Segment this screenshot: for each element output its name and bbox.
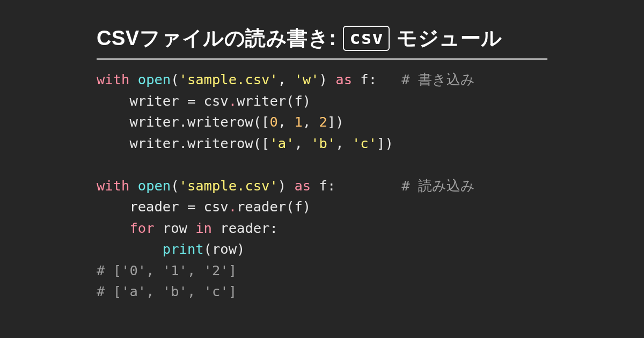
code-line: reader = csv.reader(f) <box>97 199 311 215</box>
code-token: f: <box>311 178 401 194</box>
code-token: 'sample.csv' <box>179 71 278 87</box>
code-token: writer.writerow([ <box>97 114 269 130</box>
code-token <box>97 220 129 236</box>
code-token: 'a' <box>269 135 294 151</box>
code-token: 'b' <box>311 135 335 151</box>
code-token: reader(f) <box>237 199 311 215</box>
code-line: writer = csv.writer(f) <box>97 93 311 109</box>
code-token: with <box>97 178 129 194</box>
code-token: ) <box>278 178 295 194</box>
code-line: writer.writerow(['a', 'b', 'c']) <box>97 135 393 151</box>
code-token: writer = csv <box>97 93 229 109</box>
code-token: , <box>303 114 319 130</box>
code-token: 'c' <box>352 135 377 151</box>
title-term: csv <box>343 26 390 51</box>
code-token: ]) <box>327 114 344 130</box>
code-token: with <box>97 71 129 87</box>
code-token: open <box>138 71 171 87</box>
code-token: . <box>229 93 237 109</box>
code-line: writer.writerow([0, 1, 2]) <box>97 114 344 130</box>
code-line: for row in reader: <box>97 220 278 236</box>
code-token: 'w' <box>295 71 319 87</box>
code-token: for <box>129 220 154 236</box>
code-line: print(row) <box>97 241 245 257</box>
code-token: 0 <box>269 114 277 130</box>
code-token: 2 <box>319 114 327 130</box>
code-token: as <box>295 178 311 194</box>
code-token: 1 <box>294 114 302 130</box>
code-line: with open('sample.csv', 'w') as f: # 書き込… <box>97 71 475 87</box>
code-token: in <box>195 220 212 236</box>
code-token: as <box>335 71 352 87</box>
code-line: # ['a', 'b', 'c'] <box>97 283 237 299</box>
code-token: , <box>278 114 295 130</box>
code-token: writer(f) <box>237 93 311 109</box>
code-token <box>129 178 137 194</box>
page-title: CSVファイルの読み書き: csv モジュール <box>97 25 547 60</box>
code-token: 'sample.csv' <box>179 178 278 194</box>
code-token: # 書き込み <box>401 71 475 87</box>
code-token: ( <box>171 71 179 87</box>
code-token: ]) <box>377 135 393 151</box>
code-block: with open('sample.csv', 'w') as f: # 書き込… <box>97 69 547 303</box>
code-token <box>129 71 137 87</box>
code-token: # ['a', 'b', 'c'] <box>97 283 237 299</box>
code-token: , <box>294 135 311 151</box>
code-token: print <box>163 241 204 257</box>
code-token: reader: <box>212 220 278 236</box>
code-token <box>97 241 163 257</box>
code-token: row <box>154 220 195 236</box>
code-token: f: <box>352 71 401 87</box>
title-pre: CSVファイルの読み書き: <box>97 27 342 49</box>
code-token: , <box>335 135 352 151</box>
code-token: open <box>138 178 171 194</box>
code-token: writer.writerow([ <box>97 135 269 151</box>
code-token: (row) <box>204 241 245 257</box>
code-token: ) <box>319 71 336 87</box>
code-token: # ['0', '1', '2'] <box>97 262 237 278</box>
title-post: モジュール <box>391 27 502 49</box>
code-token: reader = csv <box>97 199 229 215</box>
code-token: . <box>229 199 237 215</box>
code-line: with open('sample.csv') as f: # 読み込み <box>97 178 475 194</box>
code-token: , <box>278 71 295 87</box>
code-line: # ['0', '1', '2'] <box>97 262 237 278</box>
code-token: ( <box>171 178 179 194</box>
code-token: # 読み込み <box>401 178 475 194</box>
